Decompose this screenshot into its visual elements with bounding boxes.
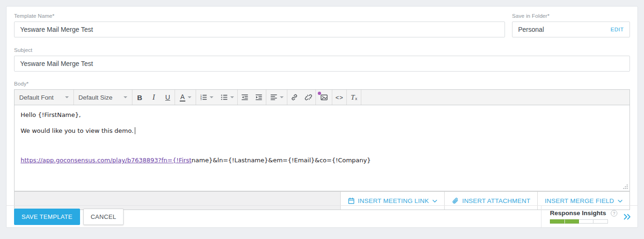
font-size-dropdown[interactable]: Default Size <box>74 94 132 101</box>
double-chevron-right-icon <box>623 213 631 220</box>
clear-formatting-icon-sub: x <box>355 96 358 101</box>
code-icon: <> <box>336 94 344 101</box>
help-icon[interactable]: ? <box>611 210 617 217</box>
subject-label: Subject <box>14 47 630 53</box>
unordered-list-icon <box>220 94 228 101</box>
bold-icon: B <box>137 94 142 101</box>
save-template-button[interactable]: SAVE TEMPLATE <box>14 209 80 225</box>
insight-segment <box>564 219 579 224</box>
chevron-down-icon <box>124 96 127 98</box>
clear-formatting-icon: T <box>351 94 354 101</box>
unlink-icon <box>305 94 312 101</box>
font-size-value: Default Size <box>79 94 113 101</box>
cancel-button[interactable]: CANCEL <box>83 209 124 225</box>
bold-button[interactable]: B <box>132 90 146 105</box>
template-name-value: Yesware Mail Merge Test <box>20 26 93 33</box>
response-insights-title: Response Insights <box>550 210 606 217</box>
folder-edit-link[interactable]: EDIT <box>610 27 624 32</box>
paperclip-icon <box>452 197 459 204</box>
response-insights-panel: Response Insights ? <box>541 206 637 227</box>
rich-text-toolbar: Default Font Default Size B I U <box>14 89 630 105</box>
underline-icon: U <box>165 94 170 101</box>
insert-merge-field-label: INSERT MERGE FIELD <box>545 197 614 204</box>
chevron-down-icon <box>188 96 191 98</box>
folder-label: Save in Folder* <box>512 13 630 19</box>
code-view-button[interactable]: <> <box>332 90 346 105</box>
unordered-list-button[interactable] <box>217 90 237 105</box>
font-family-dropdown[interactable]: Default Font <box>15 94 73 101</box>
editor-footer: SAVE TEMPLATE CANCEL Response Insights ? <box>7 205 637 227</box>
insert-link-button[interactable] <box>287 90 301 105</box>
template-editor-card: Template Name* Yesware Mail Merge Test S… <box>6 6 638 228</box>
outdent-icon <box>241 94 249 101</box>
chevron-down-icon <box>618 200 622 203</box>
font-color-button[interactable]: A <box>175 90 196 105</box>
chevron-down-icon <box>210 96 213 98</box>
body-line2: We would like you to view this demo. <box>21 127 623 135</box>
italic-button[interactable]: I <box>146 90 161 105</box>
insert-attachment-label: INSERT ATTACHMENT <box>462 197 530 204</box>
merge-url-plain-text: name}&ln={!Lastname}&em={!Email}&co={!Co… <box>191 157 371 164</box>
insert-meeting-link-label: INSERT MEETING LINK <box>358 197 429 204</box>
chevron-down-icon <box>230 96 234 98</box>
outdent-button[interactable] <box>238 90 252 105</box>
subject-input[interactable]: Yesware Mail Merge Test <box>14 56 630 72</box>
clear-formatting-button[interactable]: T x <box>347 90 361 105</box>
calendar-icon <box>348 197 355 204</box>
folder-value: Personal <box>518 26 544 33</box>
ordered-list-icon: 1 2 3 <box>200 94 207 101</box>
insights-progress <box>550 219 617 224</box>
subject-value: Yesware Mail Merge Test <box>20 60 93 67</box>
indent-button[interactable] <box>252 90 266 105</box>
body-link-line: https://app.goconsensus.com/play/b763889… <box>21 156 623 164</box>
remove-link-button[interactable] <box>301 90 315 105</box>
expand-insights-button[interactable] <box>623 213 631 220</box>
body-editor[interactable]: Hello {!FirstName}, We would like you to… <box>14 105 630 191</box>
chevron-down-icon <box>65 96 69 98</box>
body-greeting-line: Hello {!FirstName}, <box>21 111 623 119</box>
font-family-value: Default Font <box>19 94 54 101</box>
insert-image-button[interactable] <box>316 90 332 105</box>
insight-segment <box>593 219 608 224</box>
template-form: Template Name* Yesware Mail Merge Test S… <box>7 7 637 210</box>
align-button[interactable] <box>266 90 287 105</box>
font-color-icon: A <box>180 94 185 101</box>
template-name-input[interactable]: Yesware Mail Merge Test <box>14 22 505 37</box>
chevron-down-icon <box>432 200 437 203</box>
insight-segment <box>550 219 564 224</box>
svg-text:3: 3 <box>200 98 202 101</box>
folder-display: Personal EDIT <box>512 22 630 37</box>
link-icon <box>291 94 298 101</box>
image-icon <box>320 94 328 101</box>
insight-segment <box>579 219 593 224</box>
chevron-down-icon <box>280 96 284 98</box>
underline-button[interactable]: U <box>161 90 175 105</box>
indent-icon <box>255 94 263 101</box>
ordered-list-button[interactable]: 1 2 3 <box>196 90 217 105</box>
resize-grip-icon[interactable] <box>623 184 628 189</box>
body-label: Body* <box>14 81 630 87</box>
align-left-icon <box>270 94 278 101</box>
text-cursor <box>135 127 135 134</box>
merge-url-link[interactable]: https://app.goconsensus.com/play/b763889… <box>21 157 191 164</box>
template-name-label: Template Name* <box>14 13 505 19</box>
italic-icon: I <box>153 93 155 101</box>
